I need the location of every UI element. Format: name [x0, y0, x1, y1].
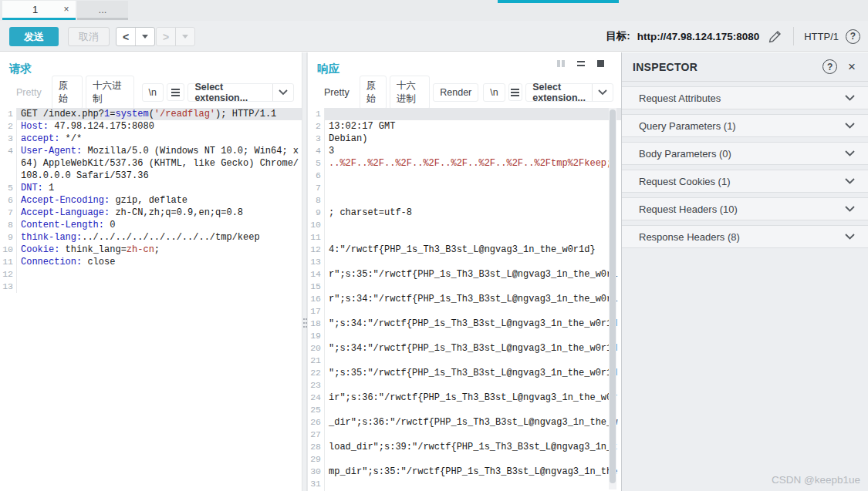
- line-number: 11: [308, 231, 325, 244]
- help-icon[interactable]: ?: [822, 59, 837, 74]
- scrollbar-thumb[interactable]: [610, 109, 616, 483]
- code-line: 4User-Agent: Mozilla/5.0 (Windows NT 10.…: [0, 145, 302, 182]
- code-text: User-Agent: Mozilla/5.0 (Windows NT 10.0…: [17, 145, 302, 182]
- request-editor[interactable]: 1GET /index.php?1=system('/readflag'); H…: [0, 108, 302, 491]
- response-scrollbar[interactable]: [609, 108, 616, 489]
- line-number: 12: [308, 244, 325, 256]
- forward-arrow-label[interactable]: >: [157, 28, 175, 45]
- code-text: [325, 379, 621, 392]
- code-line: 12: [0, 268, 302, 281]
- request-extension-select[interactable]: Select extension...: [187, 83, 294, 102]
- tab-raw[interactable]: 原始: [360, 76, 387, 109]
- code-line: 43: [308, 145, 621, 157]
- menu-icon: [171, 92, 180, 93]
- code-line: 10: [308, 219, 621, 231]
- http-version-label[interactable]: HTTP/1: [804, 31, 839, 42]
- code-line: 22";s:35:"/rwctf{PHP_1s_Th3_B3st_L@ngvag…: [308, 367, 621, 379]
- response-extension-select[interactable]: Select extension...: [525, 83, 613, 102]
- panel-resize-handle[interactable]: [302, 52, 307, 491]
- inspector-section-query-parameters-1[interactable]: Query Parameters (1): [622, 114, 868, 137]
- code-line: 9; charset=utf-8: [308, 207, 621, 219]
- code-text: [325, 108, 621, 120]
- code-line: 28load_dir";s:39:"/rwctf{PHP_1s_Th3_B3st…: [308, 441, 621, 453]
- code-line: 213:02:17 GMT: [308, 120, 621, 133]
- code-text: ";s:35:"/rwctf{PHP_1s_Th3_B3st_L@ngvag3_…: [325, 367, 621, 379]
- extension-select-arrow[interactable]: [592, 84, 613, 101]
- line-number: 14: [308, 268, 325, 281]
- repeater-tab-1[interactable]: 1 ×: [2, 1, 76, 20]
- repeater-tab-strip: 1 × ...: [0, 0, 868, 21]
- code-text: [325, 182, 621, 194]
- tab-raw[interactable]: 原始: [52, 76, 83, 109]
- history-forward-button[interactable]: >: [156, 27, 195, 46]
- line-number: 27: [308, 429, 325, 441]
- tab-hex[interactable]: 十六进制: [390, 76, 430, 109]
- help-icon[interactable]: ?: [846, 29, 860, 44]
- inspector-section-body-parameters-0[interactable]: Body Parameters (0): [622, 142, 868, 165]
- back-dropdown[interactable]: [135, 28, 154, 45]
- tab-pretty[interactable]: Pretty: [317, 83, 356, 102]
- send-button[interactable]: 发送: [9, 27, 59, 46]
- code-text: Cookie: think_lang=zh-cn;: [17, 244, 302, 256]
- code-line: 9think-lang:../../../../../../../../tmp/…: [0, 231, 302, 244]
- code-line: 3Debian): [308, 133, 621, 145]
- line-number: 29: [308, 453, 325, 466]
- tab-hex[interactable]: 十六进制: [86, 76, 134, 109]
- code-line: 15: [308, 281, 621, 293]
- inspector-section-request-headers-10[interactable]: Request Headers (10): [622, 197, 868, 220]
- inspector-section-label: Query Parameters (1): [639, 120, 845, 132]
- code-line: 21: [308, 355, 621, 367]
- code-text: ..%2F..%2F..%2F..%2F..%2F..%2F..%2F..%2F…: [325, 157, 621, 170]
- rows-icon: [577, 61, 585, 63]
- line-number: 26: [308, 416, 325, 429]
- inspector-section-response-headers-8[interactable]: Response Headers (8): [622, 225, 868, 248]
- line-number: 3: [308, 133, 325, 145]
- chevron-down-icon: [279, 89, 288, 96]
- forward-dropdown[interactable]: [175, 28, 194, 45]
- request-panel-title: 请求: [9, 62, 294, 76]
- layout-rows-button[interactable]: [572, 57, 589, 70]
- code-text: ";s:34:"/rwctf{PHP_1s_Th3_B3st_L@ngvag3_…: [325, 318, 621, 330]
- inspector-section-request-attributes[interactable]: Request Attributes: [622, 86, 868, 109]
- back-arrow-label[interactable]: <: [117, 28, 135, 45]
- cancel-button[interactable]: 取消: [68, 27, 110, 46]
- tab-newline[interactable]: \n: [483, 83, 505, 102]
- code-line: 25: [308, 404, 621, 416]
- inspector-section-request-cookies-1[interactable]: Request Cookies (1): [622, 170, 868, 193]
- extension-select-arrow[interactable]: [272, 84, 293, 101]
- history-back-button[interactable]: <: [116, 27, 155, 46]
- layout-columns-button[interactable]: [552, 57, 569, 70]
- editor-menu-button[interactable]: [508, 83, 523, 101]
- chevron-down-icon: [845, 123, 855, 129]
- code-text: [325, 281, 621, 293]
- editor-menu-button[interactable]: [167, 83, 184, 101]
- line-number: 3: [0, 133, 17, 145]
- tab-newline[interactable]: \n: [142, 83, 164, 102]
- single-pane-icon: [597, 60, 604, 67]
- code-text: think-lang:../../../../../../../../tmp/k…: [17, 231, 302, 244]
- close-icon[interactable]: ×: [848, 59, 856, 75]
- layout-single-button[interactable]: [593, 57, 609, 70]
- inspector-section-label: Request Attributes: [639, 92, 845, 104]
- repeater-tab-more[interactable]: ...: [77, 1, 128, 20]
- chevron-down-icon: [598, 89, 607, 96]
- code-line: 23: [308, 379, 621, 392]
- inspector-header: INSPECTOR ? ×: [622, 52, 868, 82]
- code-text: _dir";s:36:"/rwctf{PHP_1s_Th3_B3st_L@ngv…: [325, 416, 621, 429]
- code-text: [325, 170, 621, 182]
- inspector-section-label: Request Headers (10): [639, 203, 845, 215]
- line-number: 18: [308, 318, 325, 330]
- tab-pretty[interactable]: Pretty: [9, 83, 49, 102]
- line-number: 5: [308, 157, 325, 170]
- line-number: 15: [308, 281, 325, 293]
- tab-render[interactable]: Render: [433, 83, 478, 102]
- edit-target-button[interactable]: [766, 28, 783, 45]
- columns-icon: [557, 60, 560, 67]
- line-number: 2: [0, 120, 17, 133]
- request-panel-head: 请求 Pretty 原始 十六进制 \n Select extension...: [0, 52, 302, 102]
- chevron-down-icon: [845, 95, 855, 101]
- code-line: 17: [308, 305, 621, 318]
- code-line: 11Connection: close: [0, 256, 302, 268]
- close-icon[interactable]: ×: [57, 4, 76, 15]
- response-editor[interactable]: 1213:02:17 GMT3Debian)435..%2F..%2F..%2F…: [308, 108, 621, 491]
